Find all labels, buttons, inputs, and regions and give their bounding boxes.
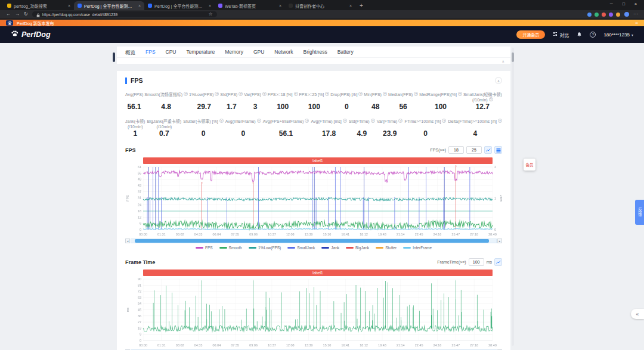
- back-icon[interactable]: ←: [6, 12, 11, 17]
- info-icon[interactable]: ?: [358, 92, 363, 96]
- tab-close-icon[interactable]: ×: [68, 4, 70, 8]
- metric-label: MedRange(FPS)[%]?: [419, 92, 462, 97]
- refresh-icon[interactable]: ↻: [24, 12, 28, 17]
- tab-close-icon[interactable]: ×: [209, 4, 211, 8]
- content-tab-network[interactable]: Network: [274, 49, 293, 55]
- page-scrollbar[interactable]: [512, 48, 514, 346]
- perfdog-logo[interactable]: PerfDog: [11, 30, 51, 39]
- legend-item[interactable]: BigJank: [346, 246, 369, 250]
- legend-item[interactable]: SmallJank: [287, 246, 315, 250]
- info-icon[interactable]: ?: [371, 119, 375, 123]
- content-tab-brightness[interactable]: Brightness: [304, 49, 327, 55]
- info-icon[interactable]: ?: [239, 92, 243, 96]
- table-toggle-icon[interactable]: [494, 146, 502, 154]
- content-tab-temperature[interactable]: Temperature: [187, 49, 215, 55]
- frametime-chart-canvas[interactable]: [125, 277, 502, 348]
- legend-item[interactable]: Jank: [321, 246, 339, 250]
- info-icon[interactable]: ?: [257, 119, 261, 123]
- scroll-right-icon[interactable]: ▸: [497, 239, 502, 243]
- help-icon[interactable]: ?: [590, 32, 596, 38]
- metric-value: 3: [244, 103, 267, 111]
- feedback-side-tab[interactable]: 反馈: [635, 200, 644, 225]
- info-icon[interactable]: ?: [498, 119, 502, 123]
- star-icon[interactable]: ☆: [209, 12, 213, 17]
- url-bar[interactable]: https://perfdog.qq.com/case_detail/48912…: [32, 11, 217, 17]
- panel-collapse-button[interactable]: ∧: [495, 77, 502, 84]
- minimize-window-icon[interactable]: ─: [610, 2, 613, 6]
- browser-tab-2[interactable]: PerfDog | 全平台性能测试分析平台×: [144, 1, 215, 10]
- extension-icon-3[interactable]: [609, 13, 613, 17]
- browser-tab-3[interactable]: WeTab-新标签页×: [215, 1, 285, 10]
- fps-scroll-handle[interactable]: [135, 239, 489, 243]
- frametime-threshold-unit: ms: [487, 260, 492, 264]
- info-icon[interactable]: ?: [383, 92, 387, 96]
- new-tab-button[interactable]: +: [360, 2, 363, 9]
- fps-threshold-input-1[interactable]: [448, 146, 464, 154]
- content-tab-fps[interactable]: FPS: [145, 49, 156, 55]
- compare-button[interactable]: 对比: [553, 32, 569, 38]
- info-icon[interactable]: ?: [343, 119, 347, 123]
- info-icon[interactable]: ?: [184, 92, 188, 96]
- collapse-up-icon[interactable]: ∧: [502, 59, 504, 63]
- content-tab-概览[interactable]: 概览: [125, 48, 135, 55]
- legend-item[interactable]: Stutter: [376, 246, 397, 250]
- account-menu[interactable]: 180****1235 ▾: [603, 32, 633, 38]
- legend-label: 1%Low(FPS): [258, 246, 281, 250]
- browser-menu-icon[interactable]: ⋯: [633, 12, 638, 17]
- metric-value: 56.1: [125, 103, 143, 111]
- frametime-chart-toggle-icon[interactable]: [494, 258, 502, 266]
- scroll-left-icon[interactable]: ◂: [125, 239, 130, 243]
- extension-icon-2[interactable]: [602, 13, 606, 17]
- legend-item[interactable]: Smooth: [219, 246, 242, 250]
- browser-tab-1[interactable]: PerfDog | 全平台性能测试分析平台×: [74, 1, 144, 10]
- info-icon[interactable]: ?: [262, 92, 267, 96]
- tab-close-icon[interactable]: ×: [138, 4, 141, 8]
- info-icon[interactable]: ?: [294, 92, 298, 96]
- metric-label: SmallJank(轻微卡顿): [463, 92, 502, 97]
- metric-label: Std(FPS)?: [220, 92, 243, 97]
- fps-chart-scrollbar[interactable]: ◂ ▸: [125, 239, 502, 243]
- panel-collapse-left-button[interactable]: «: [631, 309, 644, 319]
- extension-icon-4[interactable]: [616, 13, 620, 17]
- info-icon[interactable]: ?: [414, 92, 418, 96]
- content-tab-gpu[interactable]: GPU: [253, 49, 264, 55]
- tab-close-icon[interactable]: ×: [279, 4, 281, 8]
- info-icon[interactable]: ?: [215, 92, 219, 96]
- notice-close-icon[interactable]: ×: [635, 20, 638, 26]
- info-icon[interactable]: ?: [458, 92, 462, 96]
- metric: Jank(卡顿)(/10min)1: [125, 119, 145, 138]
- browser-profile-avatar[interactable]: [624, 12, 629, 17]
- extension-icon-0[interactable]: [587, 13, 592, 17]
- metric: BigJank(严重卡顿)(/10min)0.7: [147, 119, 182, 138]
- info-icon[interactable]: ?: [325, 92, 329, 96]
- frametime-threshold-input[interactable]: [469, 258, 484, 266]
- extension-icon-1[interactable]: [595, 13, 599, 17]
- tab-close-icon[interactable]: ×: [349, 4, 352, 8]
- info-icon[interactable]: ?: [219, 119, 224, 123]
- info-icon[interactable]: ?: [398, 119, 402, 123]
- info-icon[interactable]: ?: [442, 119, 446, 123]
- vip-button[interactable]: 开通会员: [516, 30, 545, 39]
- legend-item[interactable]: InterFrame: [403, 246, 432, 250]
- legend-item[interactable]: FPS: [196, 246, 213, 250]
- fps-chart-canvas[interactable]: [125, 165, 502, 237]
- fps-scroll-track[interactable]: [131, 239, 497, 243]
- content-tab-cpu[interactable]: CPU: [166, 49, 177, 55]
- close-window-icon[interactable]: ×: [634, 2, 637, 6]
- content-tab-memory[interactable]: Memory: [225, 49, 243, 55]
- maximize-window-icon[interactable]: □: [623, 2, 625, 6]
- page-scrollbar-handle[interactable]: [512, 52, 514, 62]
- info-icon[interactable]: ?: [305, 119, 309, 123]
- legend-item[interactable]: 1%Low(FPS): [249, 246, 281, 250]
- forward-icon[interactable]: →: [15, 12, 20, 17]
- content-tab-battery[interactable]: Battery: [338, 49, 354, 55]
- info-icon[interactable]: ?: [489, 97, 493, 101]
- fps-threshold-input-2[interactable]: [466, 146, 482, 154]
- bell-icon[interactable]: [577, 29, 582, 40]
- line-chart-toggle-icon[interactable]: [484, 146, 492, 154]
- browser-tab-4[interactable]: 抖音创作者中心×: [285, 1, 355, 10]
- floating-member-widget[interactable]: 会员: [524, 159, 535, 171]
- account-phone: 180****1235: [603, 32, 630, 38]
- sidebar-collapse-handle[interactable]: [113, 52, 115, 62]
- notification-bar: PerfDog 新版本发布 ×: [0, 18, 644, 26]
